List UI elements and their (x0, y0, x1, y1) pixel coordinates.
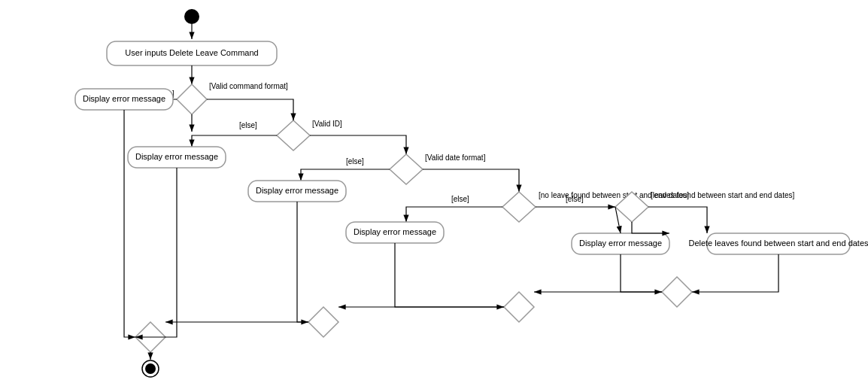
arrow-error3-to-m4 (135, 168, 177, 337)
arrow-d4-left (406, 207, 502, 222)
label-valid-date: [Valid date format] (425, 153, 486, 162)
activity-diagram: User inputs Delete Leave Command [else] … (0, 0, 868, 386)
label-else-3: [else] (346, 157, 364, 166)
label-valid-id: [Valid ID] (312, 120, 342, 128)
arrow-d1-to-d2-path (207, 99, 293, 120)
diamond-valid-command (177, 84, 207, 114)
merge-diamond-1 (662, 277, 692, 307)
user-input-label: User inputs Delete Leave Command (125, 48, 258, 57)
arrow-d5-left (632, 222, 669, 233)
arrow-d3-to-d4 (423, 169, 519, 192)
label-leaves-found: [leaves found between start and end date… (651, 191, 794, 199)
arrow-d2-left (192, 135, 277, 147)
diamond-valid-date (390, 154, 423, 184)
label-else-2: [else] (239, 121, 257, 129)
diamond-valid-id (277, 120, 310, 150)
start-node (184, 9, 199, 24)
delete-action-label: Delete leaves found between start and en… (688, 239, 868, 248)
merge-diamond-3 (308, 307, 338, 337)
arrow-error2-to-m4 (124, 110, 135, 337)
arrow-delete-to-m1 (692, 254, 778, 292)
label-else-4: [else] (451, 195, 469, 203)
arrow-error5-to-m1 (621, 254, 662, 292)
error-label-5: Display error message (354, 227, 436, 236)
diamond-leave-found (502, 192, 536, 222)
error-label-6: Display error message (579, 239, 662, 248)
label-valid-command: [Valid command format] (209, 82, 288, 90)
label-else-5: [else] (566, 195, 584, 203)
arrow-d2-to-d3 (310, 135, 406, 154)
arrow-error3-to-m3 (297, 202, 308, 322)
merge-diamond-2 (504, 292, 534, 322)
arrow-d3-left (301, 169, 390, 181)
error-label-2: Display error message (83, 94, 165, 103)
arrow-error4-to-m2 (395, 243, 504, 307)
error-label-4: Display error message (256, 186, 338, 195)
end-inner-circle (145, 363, 156, 374)
error-label-3: Display error message (135, 152, 218, 161)
arrow-d5-right (648, 207, 707, 233)
